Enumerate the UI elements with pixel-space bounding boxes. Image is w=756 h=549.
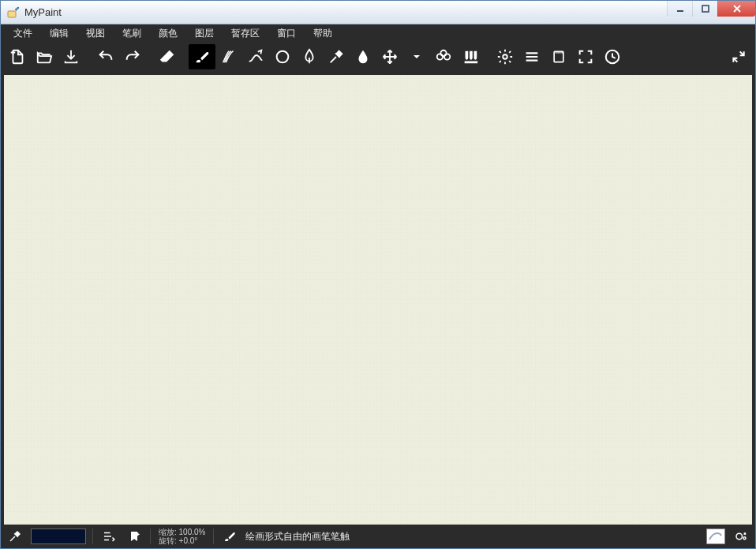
app-icon [7,6,20,19]
brush-preview[interactable] [706,528,725,544]
rotate-value: +0.0° [179,536,198,545]
new-file-button[interactable] [4,44,31,69]
open-file-button[interactable] [31,44,58,69]
zoom-value: 100.0% [179,528,206,536]
status-tool-icon [220,527,239,546]
svg-point-3 [277,51,289,63]
status-bar: 缩放: 100.0% 旋转: +0.0° 绘画形式自由的画笔笔触 [1,525,755,548]
color-wheel-button[interactable] [430,44,457,69]
app-window: MyPaint 文件 编辑 视图 笔刷 颜色 图层 暂存区 窗口 帮助 [0,0,756,549]
freehand-brush-button[interactable] [189,44,215,69]
ink-tool-button[interactable] [215,44,242,69]
toolbar [1,42,755,72]
tool-dropdown-button[interactable] [411,53,422,61]
brush-edit-button[interactable] [99,527,118,546]
expand-toolbar-button[interactable] [725,44,752,69]
window-title: MyPaint [24,6,667,18]
svg-rect-1 [677,10,683,12]
maximize-button[interactable] [692,1,717,17]
save-file-button[interactable] [58,44,84,69]
menu-window[interactable]: 窗口 [269,25,304,42]
status-eyedropper-button[interactable] [6,527,24,546]
svg-point-8 [503,54,507,59]
redo-button[interactable] [119,44,146,69]
zoom-label: 缩放: [159,528,177,536]
move-layer-tool-button[interactable] [376,44,403,69]
brush-groups-button[interactable] [457,44,484,69]
svg-point-6 [440,50,446,56]
ellipse-tool-button[interactable] [269,44,296,69]
menu-view[interactable]: 视图 [78,25,113,42]
menu-help[interactable]: 帮助 [305,25,340,42]
line-curve-tool-button[interactable] [242,44,269,69]
menu-brush[interactable]: 笔刷 [114,25,149,42]
menu-layer[interactable]: 图层 [187,25,222,42]
menu-file[interactable]: 文件 [6,25,40,42]
close-button[interactable] [717,1,755,17]
brush-settings-button[interactable] [732,527,750,546]
status-metrics: 缩放: 100.0% 旋转: +0.0° [157,528,207,545]
svg-rect-2 [702,6,709,12]
status-separator [92,528,93,544]
undo-button[interactable] [92,44,119,69]
svg-point-11 [736,533,743,540]
svg-rect-0 [8,11,16,17]
fill-tool-button[interactable] [350,44,376,69]
canvas[interactable] [4,75,752,525]
canvas-area [1,72,755,525]
menu-color[interactable]: 颜色 [151,25,185,42]
status-separator [150,528,151,544]
status-separator [213,528,214,544]
rotate-label: 旋转: [159,536,177,545]
color-picker-tool-button[interactable] [323,44,350,69]
history-button[interactable] [599,44,626,69]
bookmark-button[interactable] [125,527,144,546]
menu-edit[interactable]: 编辑 [42,25,77,42]
mirror-button[interactable] [518,44,545,69]
eraser-tool-button[interactable] [154,44,181,69]
pen-tool-button[interactable] [296,44,323,69]
settings-button[interactable] [492,44,518,69]
current-color-swatch[interactable] [31,528,86,544]
svg-rect-7 [465,62,478,64]
fullscreen-button[interactable] [572,44,599,69]
menu-bar: 文件 编辑 视图 笔刷 颜色 图层 暂存区 窗口 帮助 [1,24,755,42]
status-tool-description: 绘画形式自由的画笔笔触 [245,530,350,543]
svg-point-12 [743,537,746,540]
window-controls [667,1,755,24]
minimize-button[interactable] [667,1,692,17]
menu-scratch[interactable]: 暂存区 [223,25,268,42]
measure-button[interactable] [545,44,572,69]
title-bar: MyPaint [1,1,755,24]
